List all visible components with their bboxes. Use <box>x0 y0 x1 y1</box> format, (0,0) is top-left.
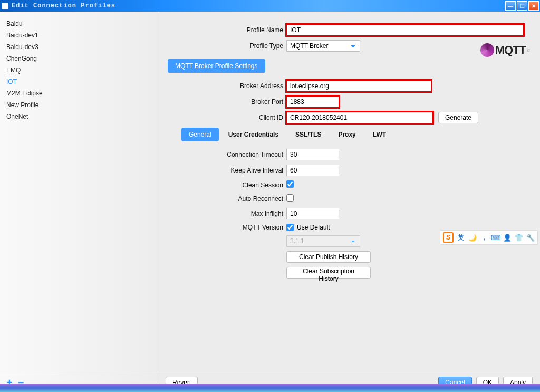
generate-button[interactable]: Generate <box>438 112 478 123</box>
max-inflight-input[interactable] <box>286 208 339 219</box>
profile-item-new-profile[interactable]: New Profile <box>3 99 158 111</box>
titlebar: Edit Connection Profiles — ☐ ✕ <box>0 0 540 12</box>
clear-publish-history-button[interactable]: Clear Publish History <box>286 251 371 263</box>
connection-timeout-label: Connection Timeout <box>168 151 286 158</box>
connection-timeout-input[interactable] <box>286 149 339 160</box>
ime-lang-indicator[interactable]: 英 <box>457 233 465 242</box>
tab-general[interactable]: General <box>181 128 219 141</box>
taskbar-strip <box>0 384 540 392</box>
clean-session-label: Clean Session <box>168 181 286 189</box>
client-id-input[interactable] <box>286 112 433 123</box>
mqtt-logo-icon <box>480 43 494 57</box>
close-button[interactable]: ✕ <box>528 1 539 11</box>
mqtt-version-label: MQTT Version <box>168 224 286 231</box>
tab-user-credentials[interactable]: User Credentials <box>221 128 286 141</box>
mqtt-logo: MQTT .fx <box>480 43 531 57</box>
wrench-icon[interactable]: 🔧 <box>526 233 535 242</box>
keyboard-icon[interactable]: ⌨ <box>491 233 500 242</box>
mqtt-version-select: 3.1.1 <box>286 235 360 247</box>
maximize-button[interactable]: ☐ <box>517 1 527 11</box>
profile-item-emq[interactable]: EMQ <box>3 64 158 76</box>
profile-name-input[interactable] <box>286 24 524 36</box>
profile-item-iot[interactable]: IOT <box>3 76 158 88</box>
broker-address-input[interactable] <box>286 80 431 92</box>
broker-address-label: Broker Address <box>168 82 286 90</box>
profile-item-onenet[interactable]: OneNet <box>3 111 158 122</box>
tshirt-icon[interactable]: 👕 <box>515 233 523 242</box>
use-default-label: Use Default <box>297 224 330 231</box>
profile-list: Baidu Baidu-dev1 Baidu-dev3 ChenGong EMQ… <box>0 12 158 384</box>
user-icon[interactable]: 👤 <box>503 233 512 242</box>
broker-port-input[interactable] <box>286 96 339 108</box>
main-panel: Profile Name Profile Type MQTT Broker MQ… <box>158 12 540 384</box>
tab-ssl-tls[interactable]: SSL/TLS <box>288 128 329 141</box>
settings-tabs: General User Credentials SSL/TLS Proxy L… <box>181 128 531 141</box>
clean-session-checkbox[interactable] <box>286 180 294 188</box>
mqtt-logo-text: MQTT <box>495 43 526 57</box>
profile-name-label: Profile Name <box>168 26 286 34</box>
keep-alive-input[interactable] <box>286 165 339 176</box>
minimize-button[interactable]: — <box>505 1 516 11</box>
section-header: MQTT Broker Profile Settings <box>168 59 265 73</box>
profile-item-chengong[interactable]: ChenGong <box>3 53 158 64</box>
comma-icon[interactable]: ， <box>480 233 488 242</box>
keep-alive-label: Keep Alive Interval <box>168 167 286 174</box>
profile-type-select[interactable]: MQTT Broker <box>286 40 360 52</box>
auto-reconnect-checkbox[interactable] <box>286 194 294 202</box>
profile-item-m2m-eclipse[interactable]: M2M Eclipse <box>3 88 158 99</box>
max-inflight-label: Max Inflight <box>168 210 286 217</box>
profile-item-baidu[interactable]: Baidu <box>3 18 158 30</box>
use-default-checkbox[interactable] <box>286 224 294 231</box>
mqtt-logo-sub: .fx <box>527 48 531 52</box>
tab-lwt[interactable]: LWT <box>365 128 393 141</box>
window-title: Edit Connection Profiles <box>12 2 115 9</box>
app-icon <box>2 3 8 9</box>
ime-toolbar[interactable]: S 英 🌙 ， ⌨ 👤 👕 🔧 <box>440 230 538 245</box>
auto-reconnect-label: Auto Reconnect <box>168 195 286 203</box>
client-id-label: Client ID <box>168 114 286 121</box>
profile-item-baidu-dev1[interactable]: Baidu-dev1 <box>3 30 158 41</box>
broker-port-label: Broker Port <box>168 98 286 106</box>
profiles-sidebar: Baidu Baidu-dev1 Baidu-dev3 ChenGong EMQ… <box>0 12 158 384</box>
profile-item-baidu-dev3[interactable]: Baidu-dev3 <box>3 41 158 53</box>
tab-proxy[interactable]: Proxy <box>331 128 363 141</box>
profile-type-label: Profile Type <box>168 42 286 50</box>
moon-icon[interactable]: 🌙 <box>468 233 477 242</box>
sogou-icon[interactable]: S <box>443 232 454 243</box>
clear-subscription-history-button[interactable]: Clear Subscription History <box>286 267 371 279</box>
